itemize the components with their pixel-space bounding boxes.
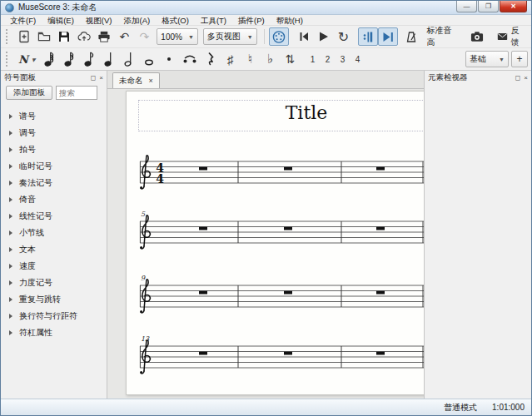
score-page[interactable]: Title 445913 [126,91,424,395]
concert-pitch-button[interactable]: 标准音高 [421,27,460,46]
expand-triangle-icon[interactable] [9,147,12,152]
toolbar-grip[interactable] [6,52,11,67]
expand-triangle-icon[interactable] [9,114,12,119]
menu-item-6[interactable]: 插件(P) [232,15,271,26]
expand-triangle-icon[interactable] [9,197,12,202]
close-panel-icon[interactable]: × [524,74,528,82]
palette-item-12[interactable]: 换行符与行距符 [1,308,107,324]
menu-item-1[interactable]: 编辑(E) [42,15,80,26]
close-panel-icon[interactable]: × [99,74,103,82]
print-button[interactable] [94,27,114,46]
palette-item-3[interactable]: 临时记号 [1,158,107,175]
tie-button[interactable] [179,50,201,68]
metronome-button[interactable] [401,27,421,46]
rest-button[interactable] [201,50,221,68]
redo-button[interactable]: ↷ [134,27,154,46]
note-whole-button[interactable] [139,50,159,68]
palette-item-9[interactable]: 速度 [1,258,107,275]
rewind-button[interactable] [294,27,314,46]
note-half-button[interactable] [119,50,139,68]
voice-4-button[interactable]: 4 [351,50,365,68]
palette-item-13[interactable]: 符杠属性 [1,324,107,341]
pan-score-button[interactable] [378,27,398,46]
expand-triangle-icon[interactable] [9,330,12,335]
zoom-select[interactable]: 100% ▼ [157,28,198,45]
save-online-button[interactable] [74,27,94,46]
note-input-mode-button[interactable]: N ▼ [15,50,39,68]
palette-item-4[interactable]: 奏法记号 [1,175,107,191]
flat-button[interactable]: ♭ [261,50,281,68]
score-system-4[interactable]: 13 [127,334,424,381]
minimize-button[interactable]: — [456,1,477,12]
expand-triangle-icon[interactable] [9,314,12,319]
sharp-button[interactable]: ♯ [221,50,241,68]
palette-item-10[interactable]: 力度记号 [1,275,107,291]
menu-item-7[interactable]: 帮助(H) [271,15,309,26]
title-bar[interactable]: MuseScore 3: 未命名 — ❐ ✕ [1,1,531,15]
augmentation-dot-button[interactable] [159,50,179,68]
menu-item-2[interactable]: 视图(V) [80,15,118,26]
palettes-panel-header[interactable]: 符号面板 ◻ × [1,71,107,84]
palette-item-8[interactable]: 文本 [1,241,107,258]
expand-triangle-icon[interactable] [9,131,12,136]
tab-close-icon[interactable]: × [149,77,153,85]
open-button[interactable] [34,27,54,46]
expand-triangle-icon[interactable] [9,181,12,186]
menu-item-3[interactable]: 添加(A) [117,15,156,26]
play-button[interactable] [314,27,334,46]
palette-item-11[interactable]: 重复与跳转 [1,291,107,308]
view-mode-select[interactable]: 多页视图 ▼ [203,28,257,45]
expand-triangle-icon[interactable] [9,247,12,252]
expand-triangle-icon[interactable] [9,297,12,302]
flip-direction-button[interactable]: ⇅ [281,50,301,68]
score-system-1[interactable]: 44 [127,150,424,196]
palette-item-7[interactable]: 小节线 [1,225,107,241]
score-system-2[interactable]: 5 [127,210,424,256]
palette-item-6[interactable]: 线性记号 [1,208,107,225]
workspace-select[interactable]: 基础 ▼ [465,51,509,67]
score-title-text[interactable]: Title [286,101,328,126]
undo-button[interactable]: ↶ [114,27,134,46]
palette-item-2[interactable]: 拍号 [1,141,107,158]
menu-item-0[interactable]: 文件(F) [4,15,42,26]
title-frame[interactable]: Title [138,100,424,131]
tab-untitled[interactable]: 未命名 × [112,72,160,88]
note-32nd-button[interactable] [39,50,59,68]
expand-triangle-icon[interactable] [9,264,12,269]
note-eighth-button[interactable] [79,50,99,68]
voice-2-button[interactable]: 2 [321,50,336,68]
float-panel-icon[interactable]: ◻ [91,74,97,82]
palette-item-0[interactable]: 谱号 [1,108,107,125]
voice-1-button[interactable]: 1 [306,50,321,68]
menu-item-4[interactable]: 格式(O) [156,15,195,26]
rest-icon [206,52,216,67]
maximize-button[interactable]: ❐ [478,1,499,12]
loop-playback-button[interactable]: ↻ [334,27,354,46]
inspector-panel-header[interactable]: 元素检视器 ◻ × [425,71,531,84]
note-16th-button[interactable] [59,50,79,68]
save-button[interactable] [54,27,74,46]
midi-input-button[interactable] [269,27,289,46]
add-palette-button[interactable]: 添加面板 [6,86,52,100]
score-view[interactable]: Title 445913 [107,89,424,399]
palette-item-1[interactable]: 调号 [1,125,107,141]
expand-triangle-icon[interactable] [9,230,12,235]
feedback-button[interactable]: 反馈 [494,27,528,46]
toolbar-grip[interactable] [6,29,10,44]
note-quarter-button[interactable] [99,50,119,68]
float-panel-icon[interactable]: ◻ [515,74,521,82]
palette-item-5[interactable]: 倚音 [1,191,107,208]
image-capture-button[interactable] [467,27,487,46]
expand-triangle-icon[interactable] [9,280,12,285]
natural-button[interactable]: ♮ [241,50,261,68]
add-workspace-button[interactable]: + [511,51,528,67]
expand-triangle-icon[interactable] [9,164,12,169]
new-score-button[interactable] [14,27,34,46]
play-repeats-button[interactable] [358,27,378,46]
expand-triangle-icon[interactable] [9,214,12,219]
close-button[interactable]: ✕ [500,1,527,12]
score-system-3[interactable]: 9 [127,274,424,320]
menu-item-5[interactable]: 工具(T) [195,15,232,26]
palette-search-input[interactable] [56,86,97,100]
voice-3-button[interactable]: 3 [336,50,351,68]
